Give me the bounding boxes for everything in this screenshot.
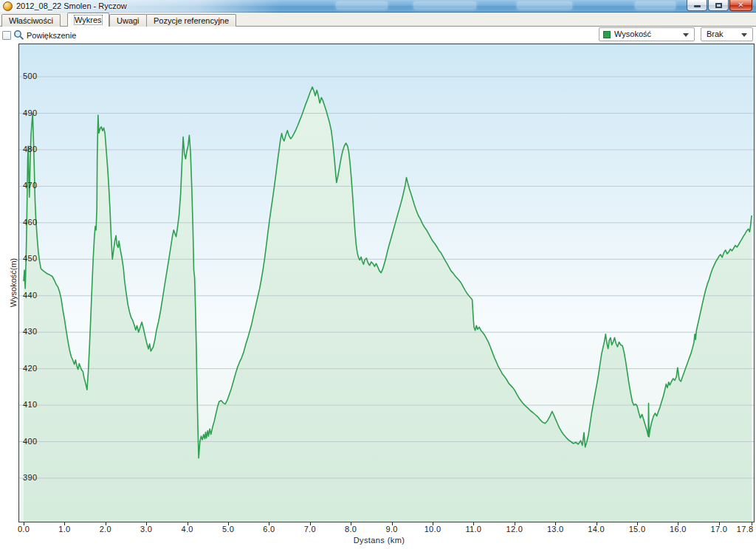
x-tick-label: 17.8 [732, 525, 756, 534]
chart-toolbar: Powiększenie Wysokość Brak [0, 27, 756, 44]
minimize-icon [694, 5, 701, 7]
x-tick-label: 7.0 [298, 525, 323, 534]
chart-canvas [19, 44, 754, 522]
tab-label: Wykres [75, 15, 102, 24]
tab-label: Uwagi [117, 16, 140, 25]
y-tick-label: 410 [23, 400, 38, 409]
app-icon [3, 1, 13, 11]
x-tick-label: 4.0 [175, 525, 200, 534]
x-tick-label: 17.0 [707, 525, 732, 534]
y-tick-label: 400 [23, 437, 38, 446]
series-color-chip [603, 31, 611, 38]
glass-reflection [336, 1, 388, 10]
maximize-icon [715, 3, 722, 8]
x-tick-label: 6.0 [256, 525, 281, 534]
tab-label: Właściwości [9, 16, 53, 25]
close-icon: ✕ [730, 1, 752, 9]
x-tick-label: 12.0 [502, 525, 527, 534]
x-tick-label: 13.0 [543, 525, 568, 534]
y-tick-label: 470 [23, 181, 38, 190]
glass-reflection [413, 1, 476, 10]
app-window: 2012_08_22 Smolen - Ryczow ✕ Właściwości… [0, 0, 756, 549]
x-tick-label: 1.0 [52, 525, 77, 534]
y-tick-label: 480 [23, 145, 38, 153]
y-tick-label: 440 [23, 291, 38, 300]
y-tick-label: 390 [23, 473, 38, 482]
chevron-down-icon [741, 33, 747, 37]
series-selected-value: Wysokość [614, 28, 651, 41]
y-tick-label: 450 [23, 254, 38, 263]
y-axis-title: Wysokość(m) [9, 242, 18, 323]
tab-bar: Właściwości Wykres Uwagi Pozycje referen… [0, 13, 756, 27]
window-title: 2012_08_22 Smolen - Ryczow [16, 1, 127, 10]
elevation-area-fill [24, 87, 752, 522]
x-axis-title: Dystans (km) [19, 536, 739, 545]
x-tick-label: 15.0 [625, 525, 650, 534]
glass-reflection [517, 1, 572, 10]
tab-wykres[interactable]: Wykres [67, 13, 109, 27]
close-button[interactable]: ✕ [729, 0, 752, 11]
series-dropdown[interactable]: Wysokość [599, 27, 695, 41]
x-tick-label: 14.0 [584, 525, 609, 534]
y-tick-label: 500 [23, 72, 38, 80]
tab-wlasciwosci[interactable]: Właściwości [1, 14, 61, 27]
elevation-chart[interactable]: 390400410420430440450460470480490500 [18, 44, 755, 522]
x-tick-label: 2.0 [93, 525, 118, 534]
x-tick-label: 5.0 [216, 525, 241, 534]
x-tick-label: 0.0 [11, 525, 36, 534]
overlay-selected-value: Brak [707, 28, 724, 41]
tab-uwagi[interactable]: Uwagi [109, 14, 147, 27]
y-tick-label: 490 [23, 108, 38, 117]
x-tick-label: 3.0 [134, 525, 159, 534]
x-tick-label: 16.0 [665, 525, 690, 534]
y-tick-label: 420 [23, 364, 38, 373]
zoom-checkbox[interactable] [2, 31, 11, 40]
y-tick-label: 430 [23, 327, 38, 336]
titlebar[interactable]: 2012_08_22 Smolen - Ryczow ✕ [0, 0, 756, 13]
x-tick-label: 9.0 [379, 525, 405, 534]
x-tick-label: 8.0 [338, 525, 363, 534]
chevron-down-icon [683, 33, 689, 37]
y-tick-label: 460 [23, 218, 38, 227]
tab-label: Pozycje referencyjne [154, 16, 229, 25]
x-tick-label: 11.0 [461, 525, 486, 534]
minimize-button[interactable] [687, 0, 707, 11]
window-controls: ✕ [687, 0, 752, 11]
tab-pozycje-referencyjne[interactable]: Pozycje referencyjne [146, 14, 236, 27]
x-tick-label: 10.0 [420, 525, 445, 534]
glass-reflection [635, 1, 676, 10]
zoom-label: Powiększenie [27, 31, 76, 40]
maximize-button[interactable] [708, 0, 729, 11]
overlay-dropdown[interactable]: Brak [701, 27, 753, 41]
magnifier-icon [13, 30, 25, 41]
